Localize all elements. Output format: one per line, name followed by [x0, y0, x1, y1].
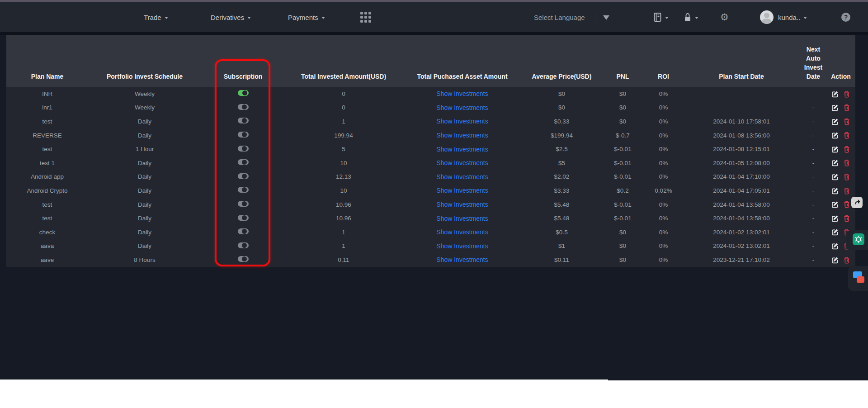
purchased-asset-cell: Show Investments — [402, 211, 522, 225]
help-icon[interactable]: ? — [841, 2, 850, 32]
show-investments-link[interactable]: Show Investments — [436, 159, 488, 166]
action-cell — [826, 184, 855, 198]
show-investments-link[interactable]: Show Investments — [436, 146, 488, 153]
show-investments-link[interactable]: Show Investments — [436, 118, 488, 125]
show-investments-link[interactable]: Show Investments — [436, 187, 488, 194]
delete-icon[interactable] — [843, 256, 850, 264]
roi-cell: 0.02% — [644, 184, 683, 198]
purchased-asset-cell: Show Investments — [402, 239, 522, 253]
purchased-asset-cell: Show Investments — [402, 114, 522, 128]
delete-icon[interactable] — [843, 159, 850, 166]
schedule-cell: Daily — [88, 170, 201, 184]
chatgpt-extension-button[interactable] — [846, 230, 868, 250]
schedule-cell: Daily — [88, 198, 201, 212]
username: kunda.. — [778, 14, 800, 21]
next-auto-invest-cell: - — [800, 114, 826, 128]
plan-name-cell: test — [6, 211, 88, 225]
show-investments-link[interactable]: Show Investments — [436, 228, 488, 236]
edit-icon[interactable] — [831, 146, 839, 153]
edit-icon[interactable] — [831, 173, 839, 180]
schedule-cell: Daily — [88, 156, 201, 170]
share-icon[interactable] — [851, 197, 863, 208]
subscription-toggle[interactable] — [238, 159, 249, 165]
invested-amount-cell: 10.96 — [285, 211, 402, 225]
delete-icon[interactable] — [843, 187, 850, 195]
subscription-toggle[interactable] — [238, 118, 249, 123]
select-language-label: Select Language — [534, 2, 585, 32]
delete-icon[interactable] — [843, 132, 850, 139]
col-plan-start-date: Plan Start Date — [683, 35, 800, 87]
col-plan-name: Plan Name — [6, 35, 88, 87]
plan-start-date-cell: 2024-01-04 17:10:00 — [683, 170, 800, 184]
apps-grid-icon[interactable] — [360, 2, 371, 32]
chevron-down-icon — [321, 17, 325, 21]
show-investments-link[interactable]: Show Investments — [436, 256, 488, 263]
invested-amount-cell: 10 — [285, 184, 402, 198]
action-cell — [826, 156, 855, 170]
subscription-toggle[interactable] — [238, 146, 249, 152]
edit-icon[interactable] — [831, 90, 839, 98]
edit-icon[interactable] — [831, 228, 839, 236]
menu-derivatives[interactable]: Derivatives — [211, 2, 251, 32]
subscription-toggle[interactable] — [238, 242, 249, 248]
invested-amount-cell: 10 — [285, 156, 402, 170]
subscription-toggle[interactable] — [238, 104, 249, 110]
gear-icon[interactable]: ⚙ — [720, 2, 729, 32]
edit-icon[interactable] — [831, 104, 839, 111]
orders-book-icon[interactable] — [653, 2, 669, 32]
subscription-toggle[interactable] — [238, 201, 249, 207]
table-row: inr1 Weekly 0 Show Investments $0 $0 0% … — [6, 101, 855, 115]
subscription-toggle[interactable] — [238, 173, 249, 179]
show-investments-link[interactable]: Show Investments — [436, 90, 488, 97]
col-action: Action — [826, 35, 855, 87]
show-investments-link[interactable]: Show Investments — [436, 215, 488, 222]
schedule-cell: Daily — [88, 114, 201, 128]
subscription-toggle[interactable] — [238, 256, 249, 262]
show-investments-link[interactable]: Show Investments — [436, 104, 488, 111]
subscription-cell — [201, 142, 285, 156]
show-investments-link[interactable]: Show Investments — [436, 132, 488, 139]
action-cell — [826, 211, 855, 225]
average-price-cell: $5 — [522, 156, 601, 170]
average-price-cell: $5.48 — [522, 198, 601, 212]
edit-icon[interactable] — [831, 159, 839, 166]
next-auto-invest-cell: - — [800, 156, 826, 170]
next-auto-invest-cell: - — [800, 170, 826, 184]
edit-icon[interactable] — [831, 187, 839, 195]
edit-icon[interactable] — [831, 132, 839, 139]
lock-icon[interactable] — [684, 2, 698, 32]
subscription-toggle[interactable] — [238, 187, 249, 193]
edit-icon[interactable] — [831, 201, 839, 208]
delete-icon[interactable] — [843, 215, 850, 222]
menu-trade[interactable]: Trade — [144, 2, 168, 32]
action-cell — [826, 170, 855, 184]
chat-extension-button[interactable] — [848, 266, 868, 291]
show-investments-link[interactable]: Show Investments — [436, 242, 488, 250]
subscription-toggle[interactable] — [238, 228, 249, 234]
average-price-cell: $1 — [522, 239, 601, 253]
delete-icon[interactable] — [843, 104, 850, 111]
delete-icon[interactable] — [843, 201, 850, 208]
padlock-icon — [684, 12, 692, 22]
subscription-cell — [201, 87, 285, 101]
delete-icon[interactable] — [843, 146, 850, 153]
user-menu[interactable]: kunda.. — [760, 2, 807, 32]
delete-icon[interactable] — [843, 118, 850, 125]
roi-cell: 0% — [644, 211, 683, 225]
show-investments-link[interactable]: Show Investments — [436, 201, 488, 208]
menu-payments[interactable]: Payments — [288, 2, 325, 32]
plan-name-cell: test — [6, 142, 88, 156]
edit-icon[interactable] — [831, 242, 839, 250]
purchased-asset-cell: Show Investments — [402, 184, 522, 198]
show-investments-link[interactable]: Show Investments — [436, 173, 488, 180]
subscription-toggle[interactable] — [238, 90, 249, 96]
subscription-toggle[interactable] — [238, 215, 249, 221]
edit-icon[interactable] — [831, 118, 839, 125]
invested-amount-cell: 10.96 — [285, 198, 402, 212]
delete-icon[interactable] — [843, 173, 850, 180]
language-dropdown-icon[interactable] — [603, 15, 609, 23]
edit-icon[interactable] — [831, 256, 839, 264]
edit-icon[interactable] — [831, 215, 839, 222]
subscription-toggle[interactable] — [238, 132, 249, 138]
delete-icon[interactable] — [843, 90, 850, 98]
